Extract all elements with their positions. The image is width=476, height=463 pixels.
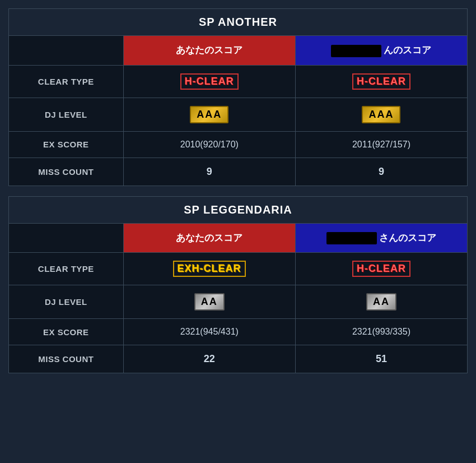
your-value-cell: EXH-CLEAR	[123, 253, 295, 285]
table-row: DJ LEVEL AA AA	[9, 285, 468, 319]
row-label: MISS COUNT	[9, 345, 124, 373]
rival-score-header-2: さんのスコア	[295, 223, 467, 253]
table-row: DJ LEVEL AAA AAA	[9, 98, 468, 131]
dj-level-badge: AAA	[362, 106, 400, 123]
your-score-header-1: あなたのスコア	[123, 36, 295, 66]
miss-value: 22	[204, 353, 215, 364]
score-value: 2011(927/157)	[352, 140, 410, 149]
rival-value-cell: 2321(993/335)	[295, 319, 467, 345]
rival-score-header-1: んのスコア	[295, 36, 467, 66]
table-row: CLEAR TYPE EXH-CLEAR H-CLEAR	[9, 253, 468, 285]
your-value-cell: 22	[123, 345, 295, 373]
your-score-header-2: あなたのスコア	[123, 223, 295, 253]
rival-label-1: んのスコア	[384, 45, 431, 55]
miss-value: 51	[376, 353, 387, 364]
dj-level-badge: AA	[366, 293, 396, 311]
rival-value-cell: 9	[295, 158, 467, 186]
row-label: CLEAR TYPE	[9, 65, 124, 98]
row-label: EX SCORE	[9, 131, 124, 158]
row-label: DJ LEVEL	[9, 98, 124, 131]
rival-value-cell: AA	[295, 285, 467, 319]
clear-type-badge: H-CLEAR	[180, 73, 239, 90]
rival-value-cell: AAA	[295, 98, 467, 131]
clear-type-badge: EXH-CLEAR	[173, 261, 246, 277]
table-row: MISS COUNT 22 51	[9, 345, 468, 373]
your-value-cell: AA	[123, 285, 295, 319]
miss-value: 9	[379, 166, 384, 177]
table-row: CLEAR TYPE H-CLEAR H-CLEAR	[9, 65, 468, 98]
table-row: MISS COUNT 9 9	[9, 158, 468, 186]
row-label: DJ LEVEL	[9, 285, 124, 319]
your-value-cell: 9	[123, 158, 295, 186]
miss-value: 9	[207, 166, 212, 177]
your-value-cell: 2321(945/431)	[123, 319, 295, 345]
row-label: CLEAR TYPE	[9, 253, 124, 285]
sp-leggendaria-title: SP LEGGENDARIA	[9, 196, 468, 223]
your-value-cell: AAA	[123, 98, 295, 131]
your-value-cell: 2010(920/170)	[123, 131, 295, 158]
empty-header-cell-2	[9, 223, 124, 253]
row-label: MISS COUNT	[9, 158, 124, 186]
rival-label-2: さんのスコア	[379, 233, 436, 243]
dj-level-badge: AAA	[190, 106, 228, 123]
censor-bar-1	[331, 45, 381, 57]
table-row: EX SCORE 2010(920/170) 2011(927/157)	[9, 131, 468, 158]
dj-level-badge: AA	[194, 293, 225, 311]
censor-bar-2	[326, 232, 377, 244]
rival-value-cell: 2011(927/157)	[295, 131, 467, 158]
score-value: 2321(993/335)	[352, 327, 410, 336]
sp-another-title: SP ANOTHER	[9, 9, 468, 36]
rival-value-cell: H-CLEAR	[295, 65, 467, 98]
sp-leggendaria-table: SP LEGGENDARIA あなたのスコア さんのスコア CLEAR TYPE…	[8, 196, 468, 374]
score-value: 2010(920/170)	[180, 140, 239, 149]
score-value: 2321(945/431)	[180, 327, 239, 336]
clear-type-badge: H-CLEAR	[352, 73, 410, 90]
your-value-cell: H-CLEAR	[123, 65, 295, 98]
clear-type-badge: H-CLEAR	[352, 261, 410, 277]
sp-another-table: SP ANOTHER あなたのスコア んのスコア CLEAR TYPE H-CL…	[8, 8, 468, 186]
row-label: EX SCORE	[9, 319, 124, 345]
table-row: EX SCORE 2321(945/431) 2321(993/335)	[9, 319, 468, 345]
rival-value-cell: 51	[295, 345, 467, 373]
rival-value-cell: H-CLEAR	[295, 253, 467, 285]
empty-header-cell	[9, 36, 124, 66]
